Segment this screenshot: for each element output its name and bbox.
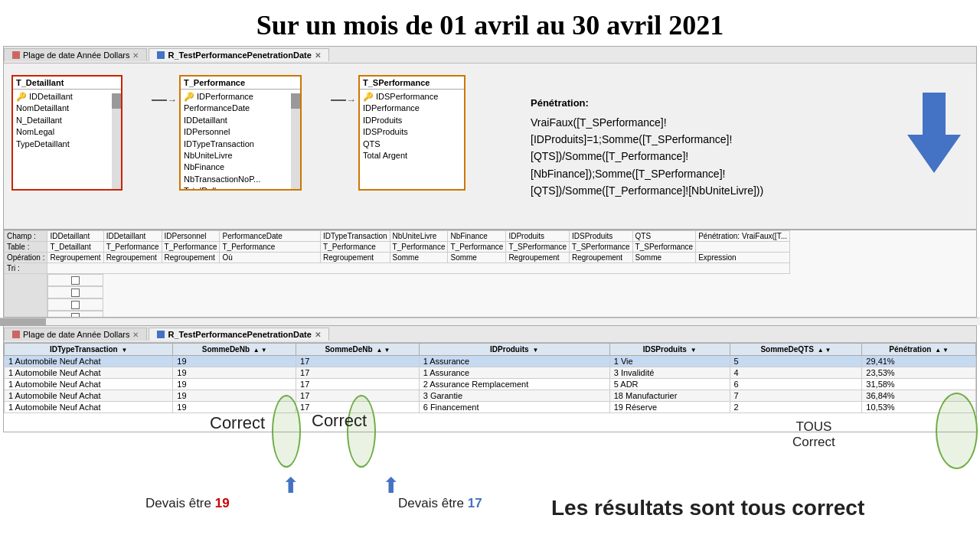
th-idsproduits[interactable]: IDSProduits ▼ bbox=[609, 344, 730, 356]
table-row[interactable]: 1 Automobile Neuf Achat 19 17 1 Assuranc… bbox=[5, 367, 976, 379]
query-designer: Champ : IDDetaillant IDDetaillant IDPers… bbox=[3, 230, 977, 318]
qd-champ-5: IDTypeTransaction bbox=[320, 231, 390, 242]
qd-table-1: T_Detaillant bbox=[47, 242, 103, 253]
tab-plage[interactable]: Plage de date Année Dollars ✕ bbox=[4, 48, 147, 61]
qd-label-champ: Champ : bbox=[5, 231, 47, 242]
table-detaillant-body: 🔑IDDetaillant NomDetaillant N_Detaillant… bbox=[13, 90, 121, 189]
td-nb1-2: 19 bbox=[173, 367, 296, 379]
th-idproduits[interactable]: IDProduits ▼ bbox=[419, 344, 609, 356]
td-nb2-5: 17 bbox=[296, 402, 420, 413]
devais-label-1: Devais être 19 bbox=[145, 496, 230, 511]
db-diagram-section: Plage de date Année Dollars ✕ R_TestPerf… bbox=[3, 46, 977, 230]
qd-table-11 bbox=[696, 242, 790, 253]
table-row[interactable]: 1 Automobile Neuf Achat 19 17 2 Assuranc… bbox=[5, 379, 976, 390]
td-pen-1: 29,41% bbox=[862, 356, 976, 367]
td-idtype-4: 1 Automobile Neuf Achat bbox=[5, 390, 173, 402]
tab-bottom-rtest-icon bbox=[157, 331, 165, 338]
td-idtype-1: 1 Automobile Neuf Achat bbox=[5, 356, 173, 367]
qd-op-7: Somme bbox=[448, 253, 506, 263]
th-sommenb1[interactable]: SommeDeNb ▲▼ bbox=[173, 344, 296, 356]
diagram-area: T_Detaillant 🔑IDDetaillant NomDetaillant… bbox=[4, 64, 976, 229]
table-performance: T_Performance 🔑IDPerformance Performance… bbox=[179, 75, 302, 191]
checkbox-2[interactable] bbox=[71, 289, 80, 297]
checkbox-1[interactable] bbox=[71, 276, 80, 285]
qd-label-tri: Tri : bbox=[5, 263, 47, 274]
table-performance-body: 🔑IDPerformance PerformanceDate IDDetaill… bbox=[181, 90, 300, 189]
qd-op-8: Regroupement bbox=[506, 253, 570, 263]
td-nb2-3: 17 bbox=[296, 379, 420, 390]
table-row[interactable]: 1 Automobile Neuf Achat 19 17 6 Financem… bbox=[5, 402, 976, 413]
blue-up-arrow-1: ⬆ bbox=[282, 473, 299, 498]
th-idtype[interactable]: IDTypeTransaction ▼ bbox=[5, 344, 173, 356]
table-row[interactable]: 1 Automobile Neuf Achat 19 17 3 Garantie… bbox=[5, 390, 976, 402]
qd-label-operation: Opération : bbox=[5, 253, 47, 263]
tab-bottom-plage-close[interactable]: ✕ bbox=[132, 331, 139, 339]
qd-table-7: T_Performance bbox=[448, 242, 506, 253]
qd-aff-3 bbox=[47, 298, 103, 311]
qd-champ-10: QTS bbox=[632, 231, 696, 242]
table-performance-header: T_Performance bbox=[181, 77, 300, 90]
qd-aff-2 bbox=[47, 286, 103, 298]
qd-table-2: T_Performance bbox=[103, 242, 162, 253]
td-prod-2: 1 Assurance bbox=[419, 367, 609, 379]
qd-row-afficher: Afficher : bbox=[5, 274, 790, 318]
tab-close-plage[interactable]: ✕ bbox=[132, 51, 139, 60]
table-row[interactable]: 1 Automobile Neuf Achat 19 17 1 Assuranc… bbox=[5, 356, 976, 367]
td-sprod-5: 19 Réserve bbox=[609, 402, 730, 413]
qd-table-4: T_Performance bbox=[220, 242, 321, 253]
table-detaillant-header: T_Detaillant bbox=[13, 77, 121, 90]
td-qts-2: 4 bbox=[730, 367, 862, 379]
table-detaillant: T_Detaillant 🔑IDDetaillant NomDetaillant… bbox=[11, 75, 122, 191]
qd-champ-4: PerformanceDate bbox=[220, 231, 321, 242]
devais-label-2: Devais être 17 bbox=[398, 496, 482, 511]
td-pen-4: 36,84% bbox=[862, 390, 976, 402]
td-nb1-4: 19 bbox=[173, 390, 296, 402]
tab-icon-rtest bbox=[157, 51, 165, 59]
qd-op-9: Regroupement bbox=[569, 253, 632, 263]
td-nb2-1: 17 bbox=[296, 356, 420, 367]
td-sprod-2: 3 Invalidité bbox=[609, 367, 730, 379]
tab-bottom-rtest[interactable]: R_TestPerformancePenetrationDate ✕ bbox=[149, 328, 328, 341]
th-sommeqts[interactable]: SommeDeQTS ▲▼ bbox=[730, 344, 862, 356]
td-qts-5: 2 bbox=[730, 402, 862, 413]
qd-op-3: Regroupement bbox=[162, 253, 220, 263]
th-sommenb2[interactable]: SommeDeNb ▲▼ bbox=[296, 344, 420, 356]
th-penetration[interactable]: Pénétration ▲▼ bbox=[862, 344, 976, 356]
qd-aff-1 bbox=[47, 274, 103, 286]
qd-champ-11: Pénétration: VraiFaux([T... bbox=[696, 231, 790, 242]
tab-bottom-plage[interactable]: Plage de date Année Dollars ✕ bbox=[4, 328, 147, 341]
qd-table-6: T_Performance bbox=[390, 242, 448, 253]
td-idtype-5: 1 Automobile Neuf Achat bbox=[5, 402, 173, 413]
td-nb1-3: 19 bbox=[173, 379, 296, 390]
tab-rtest[interactable]: R_TestPerformancePenetrationDate ✕ bbox=[149, 48, 328, 61]
td-prod-3: 2 Assurance Remplacement bbox=[419, 379, 609, 390]
tab-icon-plage bbox=[12, 51, 20, 59]
qd-op-5: Regroupement bbox=[320, 253, 390, 263]
qd-table-10: T_SPerformance bbox=[632, 242, 696, 253]
qd-champ-1: IDDetaillant bbox=[47, 231, 103, 242]
qd-op-2: Regroupement bbox=[103, 253, 162, 263]
qd-table-3: T_Performance bbox=[162, 242, 220, 253]
result-label: Les résultats sont tous correct bbox=[551, 496, 864, 520]
td-qts-4: 7 bbox=[730, 390, 862, 402]
qd-table-8: T_SPerformance bbox=[506, 242, 570, 253]
checkbox-3[interactable] bbox=[71, 301, 80, 309]
data-table: IDTypeTransaction ▼ SommeDeNb ▲▼ SommeDe… bbox=[4, 343, 976, 413]
qd-aff-4 bbox=[47, 311, 103, 318]
tab-bottom-plage-icon bbox=[12, 331, 20, 338]
td-pen-3: 31,58% bbox=[862, 379, 976, 390]
td-sprod-4: 18 Manufacturier bbox=[609, 390, 730, 402]
table-sperformance-body: 🔑IDSPerformance IDPerformance IDProduits… bbox=[360, 90, 464, 189]
tab-close-rtest[interactable]: ✕ bbox=[315, 51, 321, 60]
scroll-area[interactable] bbox=[0, 318, 980, 325]
td-sprod-1: 1 Vie bbox=[609, 356, 730, 367]
blue-up-arrow-2: ⬆ bbox=[382, 473, 400, 498]
qd-champ-8: IDProduits bbox=[506, 231, 570, 242]
query-grid: Champ : IDDetaillant IDDetaillant IDPers… bbox=[4, 230, 976, 318]
qd-op-6: Somme bbox=[390, 253, 448, 263]
data-table-body: 1 Automobile Neuf Achat 19 17 1 Assuranc… bbox=[5, 356, 976, 413]
tab-bottom-rtest-close[interactable]: ✕ bbox=[315, 331, 321, 339]
qd-op-1: Regroupement bbox=[47, 253, 103, 263]
data-table-section: Plage de date Année Dollars ✕ R_TestPerf… bbox=[3, 325, 977, 432]
td-qts-1: 5 bbox=[730, 356, 862, 367]
